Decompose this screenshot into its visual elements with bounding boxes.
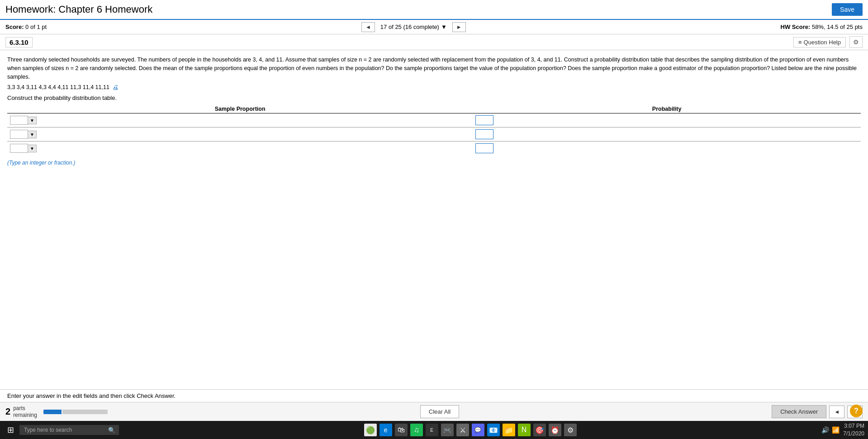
- col-header-proportion: Sample Proportion: [7, 105, 473, 113]
- taskbar-app-mail[interactable]: 📧: [487, 424, 500, 436]
- col-header-probability: Probability: [473, 105, 861, 113]
- hw-score-display: HW Score: 58%, 14.5 of 25 pts: [781, 24, 863, 30]
- right-actions: Check Answer ◄ ►: [772, 405, 863, 418]
- progress-empty: [62, 410, 108, 414]
- probability-cell-2: [473, 127, 861, 142]
- progress-filled: [43, 410, 62, 414]
- score-bar: Score: 0 of 1 pt ◄ 17 of 25 (16 complete…: [0, 20, 868, 34]
- main-content: Three randomly selected households are s…: [0, 50, 868, 389]
- question-help-button[interactable]: ≡ Question Help: [793, 37, 846, 47]
- taskbar-system-icons: 🔊 📶: [821, 426, 840, 434]
- taskbar-app-game2[interactable]: ⚔: [456, 424, 469, 436]
- center-actions: Clear All: [420, 405, 459, 418]
- taskbar-app-nvidia[interactable]: N: [518, 424, 531, 436]
- taskbar-app-epic[interactable]: E: [426, 424, 438, 436]
- check-answer-button[interactable]: Check Answer: [772, 405, 826, 418]
- windows-icon: ⊞: [7, 425, 14, 434]
- samples-text: 3,3 3,4 3,11 4,3 4,4 4,11 11,3 11,4 11,1…: [7, 84, 109, 90]
- taskbar-app-spotify[interactable]: ♫: [410, 424, 423, 436]
- start-button[interactable]: ⊞: [4, 423, 18, 437]
- proportion-select-2[interactable]: 0 1/2 1: [10, 130, 28, 139]
- probability-cell-3: [473, 142, 861, 156]
- probability-input-3[interactable]: [475, 143, 493, 153]
- table-row: 0 1/2 1 ▼: [7, 113, 861, 127]
- bottom-actions-bar: 2 parts remaining Clear All Check Answer…: [0, 402, 868, 421]
- hw-score-value: 58%, 14.5 of 25 pts: [812, 24, 863, 30]
- search-icon: 🔍: [108, 427, 115, 434]
- score-label: Score:: [5, 24, 24, 30]
- proportion-select-3[interactable]: 0 1/2 1: [10, 144, 28, 153]
- taskbar-app-steam[interactable]: 🎮: [441, 424, 454, 436]
- settings-button[interactable]: ⚙: [849, 36, 863, 48]
- score-display: Score: 0 of 1 pt: [5, 24, 47, 30]
- taskbar-app-time[interactable]: ⏰: [549, 424, 561, 436]
- taskbar-apps: 🟢 e 🛍 ♫ E 🎮 ⚔ 💬 📧 📁 N 🎯 ⏰ ⚙: [364, 424, 577, 436]
- parts-number: 2: [5, 406, 10, 417]
- bottom-instruction: Enter your answer in the edit fields and…: [0, 389, 868, 402]
- taskbar-app-explorer[interactable]: 📁: [503, 424, 515, 436]
- taskbar: ⊞ 🔍 🟢 e 🛍 ♫ E 🎮 ⚔ 💬 📧 📁 N 🎯 ⏰ ⚙ 🔊 📶 3:07…: [0, 421, 868, 439]
- taskbar-date-display: 7/1/2020: [843, 430, 864, 438]
- proportion-dropdown-2[interactable]: 0 1/2 1 ▼: [10, 130, 470, 139]
- question-header: 6.3.10 ≡ Question Help ⚙: [0, 34, 868, 50]
- nav-dropdown-icon: ▼: [441, 24, 447, 30]
- save-button[interactable]: Save: [832, 3, 863, 16]
- clear-all-button[interactable]: Clear All: [420, 405, 459, 418]
- probability-input-2[interactable]: [475, 129, 493, 139]
- dropdown-arrow-3[interactable]: ▼: [28, 145, 37, 152]
- parts-remaining: 2 parts remaining: [5, 405, 108, 418]
- page-title: Homework: Chapter 6 Homework: [5, 4, 152, 15]
- taskbar-search-input[interactable]: [19, 425, 119, 435]
- problem-text: Three randomly selected households are s…: [7, 56, 861, 81]
- list-icon: ≡: [798, 39, 802, 46]
- taskbar-volume-icon[interactable]: 🔊: [821, 426, 829, 434]
- samples-line: 3,3 3,4 3,11 4,3 4,4 4,11 11,3 11,4 11,1…: [7, 84, 861, 91]
- proportion-dropdown-1[interactable]: 0 1/2 1 ▼: [10, 116, 470, 125]
- top-header: Homework: Chapter 6 Homework Save: [0, 0, 868, 20]
- taskbar-network-icon[interactable]: 📶: [832, 426, 840, 434]
- hw-score-label: HW Score:: [781, 24, 811, 30]
- construct-label: Construct the probability distribution t…: [7, 94, 861, 101]
- nav-prev-button[interactable]: ◄: [361, 22, 375, 32]
- nav-position-label[interactable]: 17 of 25 (16 complete) ▼: [377, 24, 451, 30]
- proportion-cell-2: 0 1/2 1 ▼: [7, 127, 473, 142]
- nav-controls: ◄ 17 of 25 (16 complete) ▼ ►: [361, 22, 466, 32]
- probability-cell-1: [473, 113, 861, 127]
- taskbar-app-app2[interactable]: 🎯: [533, 424, 546, 436]
- question-number: 6.3.10: [5, 37, 33, 47]
- taskbar-app-chrome[interactable]: 🟢: [364, 424, 377, 436]
- bottom-nav-prev-button[interactable]: ◄: [829, 406, 844, 418]
- taskbar-left: ⊞ 🔍: [4, 423, 119, 437]
- parts-label: parts remaining: [13, 405, 37, 418]
- table-row: 0 1/2 1 ▼: [7, 142, 861, 156]
- table-row: 0 1/2 1 ▼: [7, 127, 861, 142]
- proportion-cell-3: 0 1/2 1 ▼: [7, 142, 473, 156]
- fraction-hint: (Type an integer or fraction.): [7, 160, 861, 166]
- help-circle-button[interactable]: ?: [850, 405, 863, 417]
- taskbar-app-store[interactable]: 🛍: [395, 424, 408, 436]
- taskbar-app-discord[interactable]: 💬: [472, 424, 484, 436]
- nav-next-button[interactable]: ►: [452, 22, 466, 32]
- dropdown-arrow-2[interactable]: ▼: [28, 131, 37, 138]
- taskbar-time-display: 3:07 PM: [843, 422, 864, 430]
- taskbar-right: 🔊 📶 3:07 PM 7/1/2020: [821, 422, 864, 438]
- probability-table: Sample Proportion Probability 0 1/2 1 ▼: [7, 105, 861, 155]
- print-icon[interactable]: 🖨: [112, 84, 119, 91]
- dropdown-arrow-1[interactable]: ▼: [28, 117, 37, 124]
- question-tools: ≡ Question Help ⚙: [793, 36, 863, 48]
- proportion-dropdown-3[interactable]: 0 1/2 1 ▼: [10, 144, 470, 153]
- taskbar-app-edge[interactable]: e: [379, 424, 392, 436]
- score-value: 0 of 1 pt: [25, 24, 47, 30]
- probability-input-1[interactable]: [475, 115, 493, 125]
- taskbar-app-settings[interactable]: ⚙: [564, 424, 577, 436]
- proportion-select-1[interactable]: 0 1/2 1: [10, 116, 28, 125]
- proportion-cell-1: 0 1/2 1 ▼: [7, 113, 473, 127]
- taskbar-clock[interactable]: 3:07 PM 7/1/2020: [843, 422, 864, 438]
- progress-bar: [43, 410, 108, 414]
